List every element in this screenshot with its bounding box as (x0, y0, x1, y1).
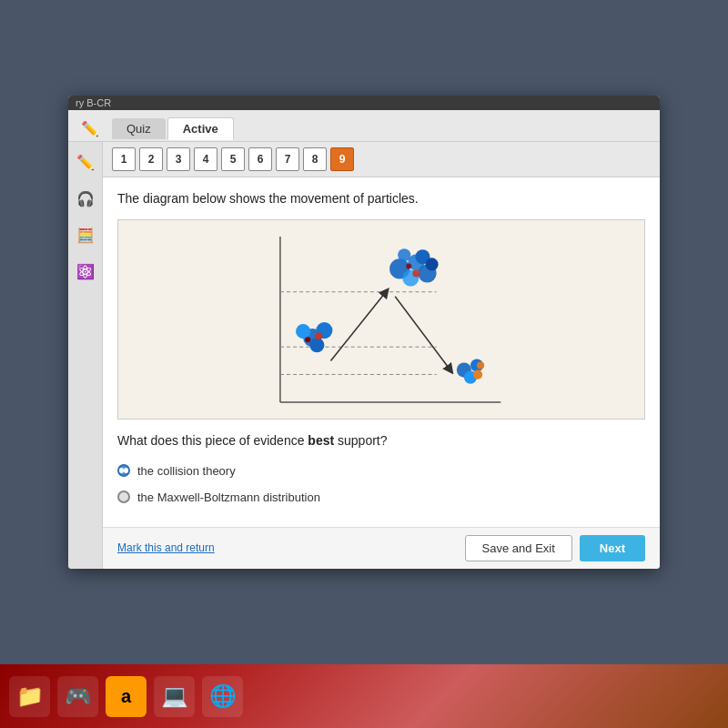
mark-return-link[interactable]: Mark this and return (117, 541, 215, 554)
q-num-6[interactable]: 6 (248, 147, 272, 171)
taskbar-network-icon[interactable]: 💻 (154, 676, 195, 717)
calculator-icon[interactable]: 🧮 (73, 222, 98, 248)
svg-point-14 (406, 263, 411, 268)
q-num-7[interactable]: 7 (276, 147, 299, 171)
svg-point-15 (425, 258, 438, 270)
quiz-content: The diagram below shows the movement of … (103, 177, 660, 526)
quiz-window: ry B-CR ✏️ Quiz Active ✏️ 🎧 🧮 ⚛️ (68, 96, 660, 568)
answer-text-0: the collision theory (137, 464, 236, 478)
q-num-1[interactable]: 1 (112, 147, 136, 171)
svg-point-13 (412, 269, 420, 277)
pencil-sidebar-icon[interactable]: ✏️ (73, 149, 98, 175)
q-num-5[interactable]: 5 (221, 147, 245, 171)
pencil-icon[interactable]: ✏️ (77, 116, 103, 141)
taskbar: 📁 🎮 a 💻 🌐 (0, 664, 728, 728)
q-num-4[interactable]: 4 (194, 147, 217, 171)
quiz-sidebar: ✏️ 🎧 🧮 ⚛️ (68, 142, 103, 568)
svg-point-21 (305, 337, 310, 342)
taskbar-files-icon[interactable]: 📁 (9, 676, 50, 717)
quiz-body: ✏️ 🎧 🧮 ⚛️ 1 2 3 4 5 6 7 (68, 142, 660, 568)
svg-line-6 (395, 297, 450, 370)
atom-icon[interactable]: ⚛️ (73, 258, 98, 284)
quiz-right: 1 2 3 4 5 6 7 8 9 The diagram below show… (103, 142, 660, 568)
svg-point-20 (315, 332, 322, 339)
answer-text-1: the Maxwell-Boltzmann distribution (137, 490, 320, 504)
tab-active[interactable]: Active (167, 117, 234, 140)
svg-point-25 (473, 370, 482, 379)
taskbar-amazon-icon[interactable]: a (106, 676, 147, 717)
q-num-3[interactable]: 3 (167, 147, 190, 171)
answer-option-1[interactable]: the Maxwell-Boltzmann distribution (117, 488, 645, 507)
svg-line-5 (330, 292, 386, 361)
q-num-9[interactable]: 9 (330, 147, 354, 171)
save-exit-button[interactable]: Save and Exit (465, 535, 572, 561)
diagram-svg (126, 228, 637, 411)
q-num-2[interactable]: 2 (139, 147, 163, 171)
diagram-container (117, 219, 645, 420)
next-button[interactable]: Next (580, 535, 645, 561)
window-title-text: ry B-CR (76, 97, 111, 108)
question-prompt: What does this piece of evidence best su… (117, 432, 645, 450)
svg-point-18 (296, 324, 310, 339)
question-number-bar: 1 2 3 4 5 6 7 8 9 (103, 142, 660, 177)
svg-point-11 (398, 248, 410, 261)
quiz-bottom-bar: Mark this and return Save and Exit Next (103, 527, 660, 569)
bottom-buttons: Save and Exit Next (465, 535, 645, 561)
answer-option-0[interactable]: the collision theory (117, 461, 645, 480)
radio-1[interactable] (117, 490, 130, 503)
diagram-description: The diagram below shows the movement of … (117, 190, 645, 208)
desktop: ry B-CR ✏️ Quiz Active ✏️ 🎧 🧮 ⚛️ (0, 0, 728, 728)
window-title-bar: ry B-CR (68, 96, 660, 110)
taskbar-chrome-icon[interactable]: 🌐 (202, 676, 243, 717)
headphones-icon[interactable]: 🎧 (73, 186, 98, 211)
tab-bar: ✏️ Quiz Active (68, 110, 660, 142)
svg-point-19 (309, 338, 324, 352)
q-num-8[interactable]: 8 (303, 147, 327, 171)
svg-point-26 (477, 361, 484, 369)
taskbar-game-icon[interactable]: 🎮 (57, 676, 98, 717)
radio-0[interactable] (117, 464, 130, 477)
screen-area: ry B-CR ✏️ Quiz Active ✏️ 🎧 🧮 ⚛️ (0, 0, 728, 664)
tab-quiz[interactable]: Quiz (112, 118, 166, 139)
